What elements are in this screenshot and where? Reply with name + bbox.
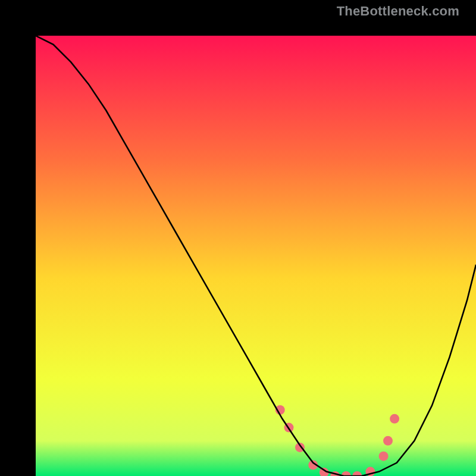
marker-dot [379, 452, 389, 461]
marker-dot [390, 414, 399, 424]
watermark-text: TheBottleneck.com [337, 4, 459, 19]
chart-svg [36, 36, 476, 476]
gradient-background [36, 36, 476, 476]
marker-dot [383, 436, 393, 446]
chart-frame [18, 18, 458, 458]
